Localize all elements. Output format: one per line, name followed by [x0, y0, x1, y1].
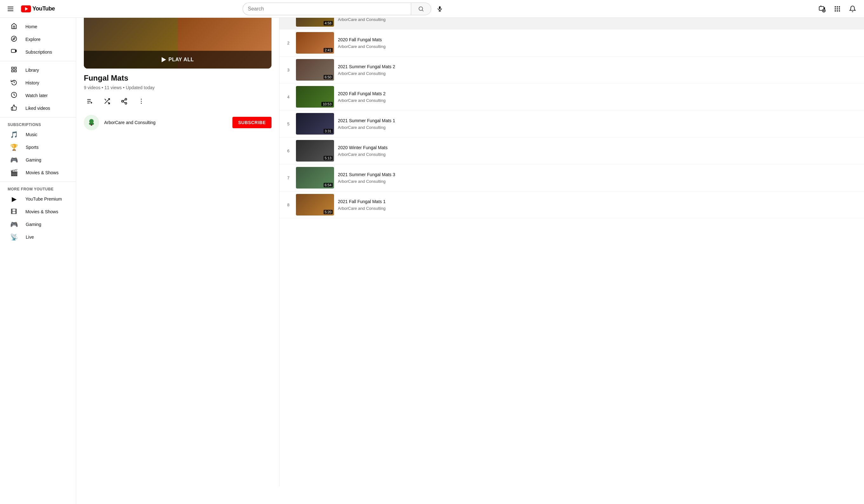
svg-marker-25 — [15, 50, 16, 52]
video-row[interactable]: 3 6:50 2021 Summer Fungal Mats 2 ArborCa… — [279, 57, 864, 84]
video-title: 2020 Fall Fungal Mats — [338, 37, 859, 43]
share-button[interactable] — [118, 95, 130, 107]
sidebar-item-history[interactable]: History — [2, 76, 73, 89]
svg-marker-23 — [13, 37, 15, 40]
sidebar-item-live[interactable]: 📡 Live — [2, 231, 73, 243]
search-area — [243, 2, 446, 15]
video-channel-name: ArborCare and Consulting — [338, 206, 859, 211]
sidebar-label-live: Live — [26, 235, 34, 239]
svg-rect-13 — [835, 6, 836, 7]
svg-point-40 — [122, 100, 123, 102]
video-number: 8 — [285, 202, 292, 207]
video-duration: 5:13 — [324, 156, 333, 160]
svg-point-39 — [125, 98, 127, 100]
svg-line-38 — [105, 99, 106, 101]
mic-button[interactable] — [434, 2, 445, 15]
sidebar-item-watch-later[interactable]: Watch later — [2, 89, 73, 102]
sidebar-label-movies: Movies & Shows — [26, 170, 58, 175]
sidebar-item-movies-shows-2[interactable]: 🎞 Movies & Shows — [2, 205, 73, 218]
explore-icon — [10, 36, 18, 44]
search-input[interactable] — [243, 2, 411, 15]
video-info: 2021 Summer Fungal Mats 3 ArborCare and … — [338, 172, 859, 184]
sidebar-item-music[interactable]: 🎵 Music — [2, 128, 73, 141]
library-icon — [10, 66, 18, 74]
video-channel-name: ArborCare and Consulting — [338, 17, 859, 22]
video-row[interactable]: 2 2:41 2020 Fall Fungal Mats ArborCare a… — [279, 29, 864, 57]
channel-name[interactable]: ArborCare and Consulting — [104, 120, 156, 125]
sidebar-item-yt-premium[interactable]: ▶ YouTube Premium — [2, 193, 73, 205]
main-content: PLAY ALL Fungal Mats 9 videos • 11 views… — [76, 0, 864, 486]
sidebar-label-sports: Sports — [26, 145, 38, 150]
sidebar-item-explore[interactable]: Explore — [2, 33, 73, 46]
youtube-logo[interactable]: YouTube — [21, 5, 55, 12]
sidebar-label-history: History — [25, 80, 39, 85]
svg-rect-17 — [837, 8, 838, 10]
svg-rect-19 — [835, 10, 836, 11]
channel-avatar[interactable] — [84, 115, 99, 130]
subscriptions-section-title: SUBSCRIPTIONS — [0, 120, 76, 128]
sidebar-item-gaming[interactable]: 🎮 Gaming — [2, 153, 73, 166]
video-number: 5 — [285, 122, 292, 126]
gaming-channel-icon: 🎮 — [10, 156, 18, 164]
video-duration: 2:41 — [324, 48, 333, 52]
svg-point-46 — [141, 103, 142, 104]
video-duration: 4:58 — [324, 21, 333, 25]
subscriptions-icon — [10, 48, 18, 56]
add-to-queue-button[interactable] — [84, 95, 96, 107]
svg-rect-18 — [839, 8, 840, 10]
play-all-label: PLAY ALL — [169, 57, 194, 62]
more-options-button[interactable] — [135, 95, 147, 107]
video-title: 2021 Fall Fungal Mats 1 — [338, 199, 859, 205]
sidebar: Home Explore Subscriptions Library — [0, 18, 76, 486]
apps-icon — [834, 5, 841, 12]
svg-rect-4 — [439, 6, 441, 9]
shuffle-button[interactable] — [101, 95, 113, 107]
sidebar-divider-3 — [0, 182, 76, 182]
video-thumbnail: 10:53 — [296, 86, 334, 108]
video-thumbnail: 6:54 — [296, 167, 334, 188]
svg-rect-20 — [837, 10, 838, 11]
video-info: 2021 Fall Fungal Mats 1 ArborCare and Co… — [338, 199, 859, 211]
logo-text: YouTube — [32, 5, 55, 12]
apps-button[interactable] — [831, 2, 844, 15]
notifications-button[interactable] — [846, 2, 859, 15]
svg-point-22 — [11, 36, 17, 41]
video-duration: 6:54 — [324, 183, 333, 187]
playlist-panel: PLAY ALL Fungal Mats 9 videos • 11 views… — [76, 0, 279, 486]
search-button[interactable] — [411, 2, 431, 15]
svg-line-43 — [123, 100, 125, 101]
video-duration: 5:20 — [324, 210, 333, 214]
sidebar-item-subscriptions[interactable]: Subscriptions — [2, 46, 73, 58]
search-form — [243, 2, 432, 15]
search-icon — [418, 6, 424, 12]
watch-later-icon — [10, 92, 18, 100]
sidebar-item-liked[interactable]: Liked videos — [2, 102, 73, 114]
movies-shows-2-icon: 🎞 — [10, 208, 18, 216]
svg-rect-28 — [12, 70, 14, 72]
video-row[interactable]: 5 3:31 2021 Summer Fungal Mats 1 ArborCa… — [279, 110, 864, 137]
sidebar-item-home[interactable]: Home — [2, 20, 73, 33]
create-button[interactable] — [816, 2, 828, 15]
video-row[interactable]: 4 10:53 2020 Fall Fungal Mats 2 ArborCar… — [279, 84, 864, 110]
liked-icon — [10, 105, 18, 112]
subscribe-button[interactable]: SUBSCRIBE — [232, 117, 272, 128]
video-row[interactable]: 7 6:54 2021 Summer Fungal Mats 3 ArborCa… — [279, 164, 864, 192]
mic-icon — [436, 6, 443, 12]
sidebar-divider-2 — [0, 117, 76, 118]
menu-button[interactable] — [5, 4, 16, 14]
sidebar-label-movies-shows-2: Movies & Shows — [25, 209, 58, 214]
video-row[interactable]: 6 5:13 2020 Winter Fungal Mats ArborCare… — [279, 137, 864, 164]
sidebar-item-movies-shows[interactable]: 🎬 Movies & Shows — [2, 166, 73, 179]
sidebar-item-library[interactable]: Library — [2, 64, 73, 76]
video-info: 2021 Summer Fungal Mats 2 ArborCare and … — [338, 64, 859, 76]
play-all-overlay[interactable]: PLAY ALL — [84, 51, 272, 69]
share-icon — [121, 98, 128, 105]
sidebar-item-sports[interactable]: 🏆 Sports — [2, 141, 73, 153]
svg-rect-15 — [839, 6, 840, 7]
sidebar-label-liked: Liked videos — [25, 106, 50, 111]
sidebar-item-gaming-2[interactable]: 🎮 Gaming — [2, 218, 73, 231]
video-duration: 6:50 — [324, 75, 333, 79]
bell-icon — [849, 5, 856, 12]
video-row[interactable]: 8 5:20 2021 Fall Fungal Mats 1 ArborCare… — [279, 192, 864, 218]
video-number: 4 — [285, 95, 292, 99]
